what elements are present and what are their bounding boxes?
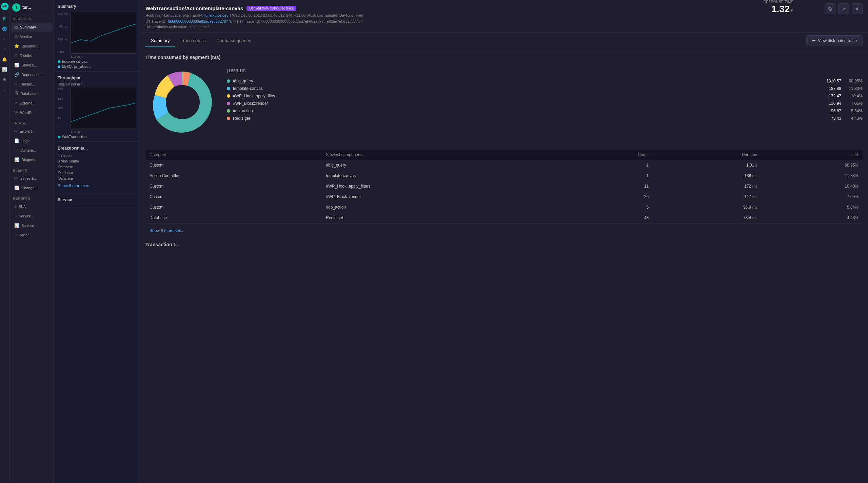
nav-dashboards-icon[interactable]: 📊 [1,66,8,73]
view-distributed-trace-button[interactable]: ☰ View distributed trace [806,35,863,46]
sidebar-item-databases[interactable]: 🗄 Database... [11,89,52,98]
tt-copy-icon[interactable]: ⧉ [361,19,363,23]
logs-icon: 📄 [14,138,19,143]
breakdown-mini-header: Category [58,153,136,158]
nav-alerts-icon[interactable]: 🔔 [1,56,8,63]
detail-panel: RESPONSE TIME 1.32 s ⧉ [140,0,868,483]
sidebar-section-services: Services [9,13,53,22]
service-chart-section: Summary 600 ms 400 ms 200 ms 0 ms [54,0,140,72]
modal-content: RESPONSE TIME 1.32 s ⧉ [140,0,868,483]
row5-count: 43 [565,213,653,223]
service-chart-y-labels: 600 ms 400 ms 200 ms 0 ms [58,11,70,55]
sidebar-item-summary[interactable]: ▦ Summary [11,23,52,32]
sidebar-item-transactions[interactable]: ≡ Transac... [11,80,52,89]
sidebar-item-external[interactable]: ↗ External... [11,99,52,108]
col-duration: Duration [653,150,761,160]
sidebar-item-logs[interactable]: 📄 Logs [11,136,52,145]
legend-row-2: #WP_Hook::apply_filters 172.47 10.4% [227,92,863,100]
row5-component: Redis get [322,213,565,223]
tab-trace-details[interactable]: Trace details [175,35,211,47]
tab-summary[interactable]: Summary [145,35,175,47]
sidebar-item-issues[interactable]: ✉ Issues &... [11,174,52,183]
tab-database-queries[interactable]: Database queries [211,35,257,47]
service-report-icon: ≡ [14,214,17,218]
entity-link[interactable]: turnipjuice.dev [204,13,229,17]
sidebar-item-distributed[interactable]: ⊡ Distribu... [11,51,52,60]
row4-component: #do_action [322,202,565,213]
sidebar-item-dependencies[interactable]: 🔗 Dependen... [11,70,52,79]
sidebar-label-servicemap: Service... [21,63,37,67]
dt-copy-icon[interactable]: ⧉ [233,19,236,23]
row4-duration: 96.9 ms [653,202,761,213]
tab-bar: Summary Trace details Database queries [140,35,262,47]
sidebar-item-recomm[interactable]: ⭐ Recomm... [11,42,52,51]
col-pct: ↓ % [761,150,863,160]
copy-icon: ⧉ [828,6,832,12]
breakdown-mini-table: Category Action Contro Database Database [58,153,136,181]
show-more-link-left[interactable]: Show 8 more sec... [58,181,93,190]
sidebar-item-changes[interactable]: 📈 Change... [11,183,52,192]
app-logo[interactable]: NR [1,3,8,10]
sidebar-item-errors[interactable]: ✉ Errors (… [11,127,52,136]
copy-link-button[interactable]: ⧉ [825,3,835,14]
entity-label: Entity: [193,13,203,17]
uri-value: /distinctio-quibusdam-nihil-qui-est/ [152,25,209,29]
sidebar-item-wordpress[interactable]: W WordPr... [11,108,52,117]
nav-more-icon[interactable]: … [1,86,8,94]
external-link-button[interactable]: ↗ [838,3,849,14]
meta-separator-1: | [162,13,163,17]
external-link-icon: ↗ [842,6,846,12]
close-icon: ✕ [855,6,859,12]
tt-trace-value: 000000000000000e82ad7eb6527877c-e82ad7eb… [261,19,360,23]
legend-dot-mysql [58,65,60,68]
nav-search-icon[interactable]: ○ [1,45,8,53]
legend-row-3: #WP_Block::render 116.94 7.05% [227,100,863,107]
sidebar-item-performance[interactable]: ≡ Perfor... [11,231,52,239]
issues-icon: ✉ [14,176,18,181]
legend-val-4: 96.87 [817,109,841,113]
breakdown-mini-section: Breakdown ta... Category Action Contro D… [54,142,140,193]
sidebar-item-monitor[interactable]: ◎ Monitor [11,32,52,41]
nav-settings-icon[interactable]: ⚙ [1,76,8,83]
sidebar-label-errors: Errors (… [20,129,36,133]
y-label-400: 400 ms [58,25,70,28]
sidebar-item-sla[interactable]: ≡ SLA [11,202,52,211]
transactions-icon: ≡ [14,82,17,86]
nav-add-icon[interactable]: ＋ [1,35,8,43]
sidebar-item-vulnerabilities[interactable]: 🛡 Vulnera... [11,146,52,155]
service-chart-inner [71,12,136,54]
sidebar-item-servicemap[interactable]: 📊 Service... [11,61,52,70]
legend-val-3: 116.94 [817,101,841,106]
sidebar-item-service-report[interactable]: ≡ Service... [11,212,52,220]
nav-rail: NR ⊞ 🌐 ＋ ○ 🔔 📊 ⚙ … [0,0,9,483]
table-row: Custom #big_query 1 1.01 s 60.95% [145,160,863,171]
meta-separator-2: | [190,13,191,17]
row3-count: 26 [565,192,653,202]
sidebar-item-diagnostics[interactable]: 📊 Diagnos... [11,155,52,164]
uri-row: Uri: /distinctio-quibusdam-nihil-qui-est… [145,25,712,29]
sidebar-section-reports: REPORTS [9,193,53,202]
sidebar-label-databases: Database... [20,92,39,96]
summary-content: Time consumed by segment (ms) [140,49,868,483]
breakdown-section: Category Slowest components Count Durati… [145,150,863,253]
legend-dot-4 [227,109,230,113]
errors-icon: ✉ [14,129,18,134]
response-time-display: 1.32 s [763,4,793,15]
diagnostics-icon: 📊 [14,157,19,162]
close-button[interactable]: ✕ [852,3,863,14]
show-more-button[interactable]: Show 8 more sec... [150,226,184,235]
sidebar-label-service-report: Service... [19,214,34,218]
throughput-x-label: 11:49pm [58,130,136,134]
legend-dot-template [58,60,60,63]
legend-name-3: #WP_Block::render [233,101,815,106]
legend-dot-3 [227,102,230,105]
throughput-chart-inner [71,88,136,129]
sidebar-item-scalability[interactable]: 📊 Scalabi... [11,221,52,230]
dt-trace-link[interactable]: 000000000000000e82ad7eb6527877c [168,19,232,23]
nav-apm-icon[interactable]: ⊞ [1,15,8,22]
language-label: Language: php [164,13,189,17]
nav-globe-icon[interactable]: 🌐 [1,25,8,33]
row4-category: Custom [145,202,322,213]
row1-pct: 11.33% [761,171,863,181]
y-label-600: 600 ms [58,12,70,16]
